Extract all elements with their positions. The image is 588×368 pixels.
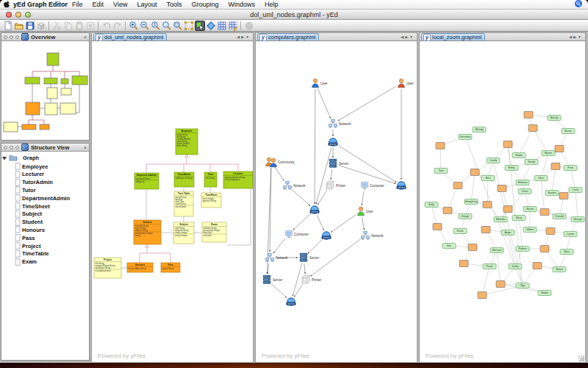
- random-node-labeled[interactable]: Sandra: [545, 191, 559, 196]
- random-node-labeled[interactable]: Michael: [490, 248, 503, 253]
- network-node-computer[interactable]: Computer: [362, 183, 385, 189]
- random-node-labeled[interactable]: Candy: [487, 158, 500, 163]
- open-icon[interactable]: [13, 21, 24, 31]
- print-icon[interactable]: [35, 21, 46, 31]
- uml-class-departmentadmin[interactable]: DepartmentAdminpassword:StringaddQual(): [135, 173, 159, 189]
- menu-edit[interactable]: Edit: [93, 1, 104, 8]
- snap-grid-icon[interactable]: [227, 21, 238, 31]
- network-graph-canvas[interactable]: UserUserNetworkInternetCommunityServerNe…: [256, 41, 417, 361]
- zoom-area-icon[interactable]: [172, 21, 183, 31]
- random-node-labeled[interactable]: Carla: [569, 188, 582, 193]
- random-node-plain[interactable]: [433, 224, 442, 230]
- tree-item-project[interactable]: Project: [1, 242, 40, 250]
- random-node-labeled[interactable]: Sally: [425, 202, 438, 208]
- random-node-plain[interactable]: [528, 125, 537, 132]
- overview-panel-header[interactable]: Overview ×: [1, 33, 89, 41]
- edit-mode-icon[interactable]: [194, 21, 205, 31]
- tree-item-timetable[interactable]: TimeTable: [1, 250, 49, 258]
- tab-dol-uml-nodes[interactable]: y dol_uml_nodes.graphml: [93, 33, 167, 40]
- network-node-internet[interactable]: Internet: [329, 138, 338, 146]
- random-node-labeled[interactable]: Gershwin: [459, 135, 472, 140]
- network-node-computer[interactable]: Computer: [286, 231, 309, 238]
- network-node-network[interactable]: Network: [265, 253, 288, 261]
- network-node-internet[interactable]: Internet: [310, 206, 320, 214]
- random-node-labeled[interactable]: Betty: [512, 216, 526, 221]
- network-node-network[interactable]: Network: [329, 119, 351, 127]
- tab-nav-arrows[interactable]: ◀▶▼: [401, 35, 415, 39]
- save-icon[interactable]: [24, 21, 35, 31]
- random-node-labeled[interactable]: Fred: [564, 166, 577, 171]
- random-node-labeled[interactable]: Donald: [553, 214, 566, 219]
- random-node-labeled[interactable]: Kim: [442, 244, 456, 249]
- menu-view[interactable]: View: [113, 1, 127, 8]
- random-node-labeled[interactable]: Sandy: [525, 160, 538, 165]
- random-node-plain[interactable]: [559, 193, 568, 199]
- random-node-labeled[interactable]: Nadia: [512, 153, 526, 158]
- random-node-labeled[interactable]: Emily: [505, 166, 518, 171]
- menu-layout[interactable]: Layout: [137, 1, 157, 8]
- random-node-labeled[interactable]: Bert: [481, 176, 495, 181]
- tree-item-student[interactable]: Student: [1, 219, 43, 226]
- zoom-out-icon[interactable]: [139, 21, 150, 31]
- tree-item-subject[interactable]: Subject: [1, 210, 42, 218]
- tree-item-honours[interactable]: Honours: [1, 226, 45, 233]
- menu-file[interactable]: File: [72, 1, 83, 8]
- random-node-labeled[interactable]: Gilbert: [523, 227, 537, 233]
- window-title-bar[interactable]: dol_uml_nodes.graphml - yEd: [0, 10, 588, 20]
- navigate-icon[interactable]: [205, 21, 216, 31]
- uml-class-exam[interactable]: ExamexName:Stringpercentage:Integerdate:…: [202, 222, 226, 242]
- tab-computers[interactable]: y computers.graphml: [257, 33, 319, 40]
- random-node-plain[interactable]: [503, 141, 512, 148]
- uml-class-pass[interactable]: Passproject:String: [161, 263, 180, 272]
- uml-class-tutor[interactable]: Tutorrole:String: [204, 172, 217, 187]
- random-node-labeled[interactable]: Humphrey: [465, 199, 478, 205]
- uml-class-student[interactable]: StudentmatricNo:Stringname:Stringaddress…: [134, 220, 161, 244]
- uml-class-tutoradmin[interactable]: TutorAdminaddSubject():String: [174, 172, 194, 187]
- random-node-labeled[interactable]: Wendy: [473, 127, 486, 132]
- random-node-labeled[interactable]: Susan: [562, 129, 575, 134]
- random-node-labeled[interactable]: Simon: [553, 267, 566, 272]
- tree-item-employee[interactable]: Employee: [1, 163, 48, 170]
- menu-grouping[interactable]: Grouping: [191, 1, 218, 8]
- random-node-plain[interactable]: [470, 169, 479, 176]
- grid-icon[interactable]: [216, 21, 227, 31]
- tree-item-exam[interactable]: Exam: [1, 258, 37, 266]
- network-node-server[interactable]: Server: [263, 275, 283, 283]
- network-node-server[interactable]: Server: [300, 253, 320, 261]
- network-node-network[interactable]: Network: [361, 231, 384, 239]
- network-node-printer[interactable]: Printer: [302, 275, 322, 283]
- fit-content-icon[interactable]: [183, 21, 194, 31]
- uml-class-honours[interactable]: HonoursresearchArea:String: [127, 263, 153, 272]
- uml-class-lecturer[interactable]: LecturerresearchInterest:StringisTeachin…: [223, 171, 253, 188]
- random-node-labeled[interactable]: Robert: [516, 247, 529, 252]
- random-node-plain[interactable]: [443, 208, 452, 214]
- tree-item-lecturer[interactable]: Lecturer: [1, 171, 44, 178]
- tree-item-pass[interactable]: Pass: [1, 234, 35, 241]
- random-node-labeled[interactable]: George: [571, 217, 584, 222]
- random-node-labeled[interactable]: Angie: [501, 230, 514, 236]
- random-node-labeled[interactable]: Walter: [538, 291, 551, 296]
- random-node-plain[interactable]: [524, 112, 533, 118]
- random-node-labeled[interactable]: Kathy: [509, 264, 522, 269]
- network-node-network[interactable]: Network: [283, 181, 306, 189]
- random-node-plain[interactable]: [533, 263, 542, 269]
- random-node-labeled[interactable]: Melinda: [494, 217, 507, 222]
- app-menu-title[interactable]: yEd Graph Editor: [13, 1, 68, 8]
- tab-nav-arrows[interactable]: ◀▶▼: [569, 35, 583, 39]
- random-node-plain[interactable]: [555, 146, 564, 152]
- random-node-labeled[interactable]: Tom: [434, 169, 448, 174]
- tree-item-timesheet[interactable]: TimeSheet: [1, 202, 50, 210]
- spotlight-search-icon[interactable]: [575, 0, 582, 9]
- random-node-labeled[interactable]: Mandy: [548, 116, 561, 121]
- uml-graph-canvas[interactable]: Employeename:Stringtitle:StringstaffNo:N…: [92, 41, 253, 361]
- random-node-plain[interactable]: [498, 185, 506, 192]
- random-node-plain[interactable]: [483, 202, 492, 208]
- window-resize-grip[interactable]: [578, 355, 584, 361]
- apple-logo-icon[interactable]: [0, 0, 13, 10]
- random-node-labeled[interactable]: Paula: [483, 264, 496, 269]
- random-node-plain[interactable]: [459, 261, 468, 267]
- random-graph-canvas[interactable]: MandySusanGershwinNadiaMartinCandySandyE…: [420, 41, 585, 361]
- uml-class-time-table[interactable]: Time Tablegroup:Stringday:Daytime:Timero…: [174, 191, 193, 216]
- random-node-plain[interactable]: [453, 183, 462, 189]
- network-node-server[interactable]: Server: [329, 159, 349, 167]
